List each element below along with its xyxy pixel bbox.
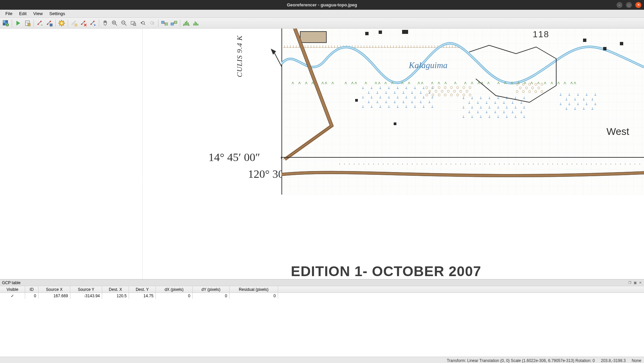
map-label-culis: CULIS 9.4 K	[235, 35, 244, 77]
gcp-header-dx-pixels[interactable]: dX (pixels)	[156, 286, 193, 293]
statusbar: Transform: Linear Translation (0, 0) Sca…	[0, 357, 644, 363]
generate-gdal-script-button[interactable]	[23, 19, 32, 28]
svg-line-42	[115, 24, 117, 25]
svg-line-26	[59, 24, 60, 25]
link-out-icon	[161, 20, 168, 26]
full-histogram-stretch-button[interactable]	[182, 19, 191, 28]
gcp-cell-id[interactable]: 0	[25, 293, 39, 299]
window-title: Georeferencer - guagua-topo.jpeg	[287, 2, 357, 7]
svg-text:+: +	[7, 23, 8, 27]
svg-rect-67	[193, 23, 194, 25]
link-in-icon	[171, 20, 177, 26]
play-icon	[15, 20, 21, 26]
gcp-header-visible[interactable]: Visible	[0, 286, 25, 293]
move-gcp-point-button[interactable]	[88, 19, 97, 28]
menu-view[interactable]: View	[30, 10, 46, 17]
status-transform: Transform: Linear Translation (0, 0) Sca…	[447, 358, 595, 363]
svg-line-52	[144, 24, 145, 25]
gcp-cell-visible[interactable]: ✓	[0, 293, 25, 299]
svg-rect-60	[174, 21, 177, 23]
svg-rect-9	[28, 23, 30, 26]
menu-settings[interactable]: Settings	[46, 10, 68, 17]
georeferencer-canvas[interactable]: CULIS 9.4 K 14° 45′ 00″ 120° 30′ 00″ BAL…	[0, 29, 644, 279]
gcp-panel-title: GCP table ❐ ▣ ✕	[0, 279, 644, 286]
svg-marker-5	[16, 21, 20, 25]
gear-icon	[58, 20, 65, 27]
gcp-table-body[interactable]: ✓ 0 167.669 -3143.94 120.5 14.75 0 0 0	[0, 293, 644, 357]
gcp-cell-dx-pixels[interactable]: 0	[156, 293, 193, 299]
gcp-header-id[interactable]: ID	[25, 286, 39, 293]
add-point-icon	[71, 20, 77, 27]
svg-rect-31	[75, 24, 77, 26]
zoom-last-icon	[140, 20, 146, 26]
link-qgis-to-georef-button[interactable]	[170, 19, 178, 28]
transformation-settings-button[interactable]	[57, 19, 66, 28]
svg-point-33	[81, 23, 82, 25]
zoom-to-layer-button[interactable]	[129, 19, 138, 28]
window-close-button[interactable]: ✕	[635, 2, 641, 8]
toolbar-separator	[55, 19, 56, 27]
zoom-in-button[interactable]	[110, 19, 119, 28]
save-gcp-points-button[interactable]	[45, 19, 54, 28]
add-point-button[interactable]	[70, 19, 78, 28]
local-histogram-stretch-button[interactable]	[191, 19, 200, 28]
zoom-next-button[interactable]	[148, 19, 156, 28]
gcp-table-header: Visible ID Source X Source Y Dest. X Des…	[0, 286, 644, 293]
svg-rect-63	[186, 21, 187, 25]
move-point-icon	[89, 20, 96, 27]
status-extra: None	[632, 358, 641, 363]
pan-button[interactable]	[101, 19, 110, 28]
toolbar-separator	[180, 19, 180, 27]
gcp-table-row[interactable]: ✓ 0 167.669 -3143.94 120.5 14.75 0 0 0	[0, 293, 644, 299]
window-minimize-button[interactable]: −	[617, 2, 623, 8]
delete-point-button[interactable]	[79, 19, 88, 28]
gcp-cell-dest-x[interactable]: 120.5	[102, 293, 129, 299]
svg-rect-69	[196, 22, 197, 25]
gcp-header-residual[interactable]: Residual (pixels)	[230, 286, 278, 293]
gcp-cell-dy-pixels[interactable]: 0	[193, 293, 230, 299]
gcp-header-source-x[interactable]: Source X	[39, 286, 70, 293]
map-label-river: Kalaguima	[409, 60, 448, 70]
svg-marker-40	[94, 24, 96, 26]
window-controls: − □ ✕	[617, 0, 641, 10]
zoom-next-icon	[149, 20, 155, 26]
svg-line-27	[63, 21, 64, 22]
svg-line-24	[59, 21, 60, 22]
svg-point-54	[150, 21, 153, 24]
start-georeferencing-button[interactable]	[14, 19, 22, 28]
map-label-edition: EDITION 1- OCTOBER 2007	[291, 263, 481, 279]
svg-point-38	[90, 23, 92, 25]
window-maximize-button[interactable]: □	[626, 2, 632, 8]
zoom-out-button[interactable]	[120, 19, 128, 28]
svg-rect-70	[197, 24, 198, 25]
gcp-header-source-y[interactable]: Source Y	[70, 286, 102, 293]
gcp-header-dy-pixels[interactable]: dY (pixels)	[193, 286, 230, 293]
toolbar-separator	[12, 19, 12, 27]
svg-rect-17	[50, 24, 52, 26]
zoom-last-button[interactable]	[138, 19, 147, 28]
panel-float-icon[interactable]: ❐	[627, 280, 632, 285]
menu-file[interactable]: File	[2, 10, 16, 17]
svg-point-39	[93, 21, 94, 22]
gcp-header-dest-y[interactable]: Dest. Y	[129, 286, 156, 293]
panel-close-icon[interactable]: ✕	[638, 280, 643, 285]
gcp-panel-label: GCP table	[2, 280, 20, 285]
svg-line-25	[63, 24, 64, 25]
gcp-cell-dest-y[interactable]: 14.75	[129, 293, 156, 299]
gcp-header-dest-x[interactable]: Dest. X	[102, 286, 129, 293]
svg-point-16	[50, 21, 51, 22]
menu-edit[interactable]: Edit	[16, 10, 30, 17]
gcp-cell-residual[interactable]: 0	[230, 293, 278, 299]
gcp-cell-source-x[interactable]: 167.669	[39, 293, 70, 299]
panel-dock-icon[interactable]: ▣	[633, 280, 637, 285]
link-georef-to-qgis-button[interactable]	[160, 19, 169, 28]
gcp-cell-source-y[interactable]: -3143.94	[70, 293, 102, 299]
svg-point-15	[47, 23, 48, 25]
zoom-out-icon	[121, 20, 127, 26]
open-raster-button[interactable]: +	[1, 19, 10, 28]
load-gcp-points-button[interactable]	[36, 19, 44, 28]
toolbar-separator	[99, 19, 99, 27]
map-image-area: ┴┴┴┴┴┴┴┴┴┴┴┴┴┴┴┴┴┴┴┴┴┴┴┴┴┴┴┴┴┴┴┴┴┴┴┴┴┴┴┴…	[281, 29, 644, 195]
toolbar: +	[0, 18, 644, 29]
svg-marker-72	[271, 49, 276, 55]
